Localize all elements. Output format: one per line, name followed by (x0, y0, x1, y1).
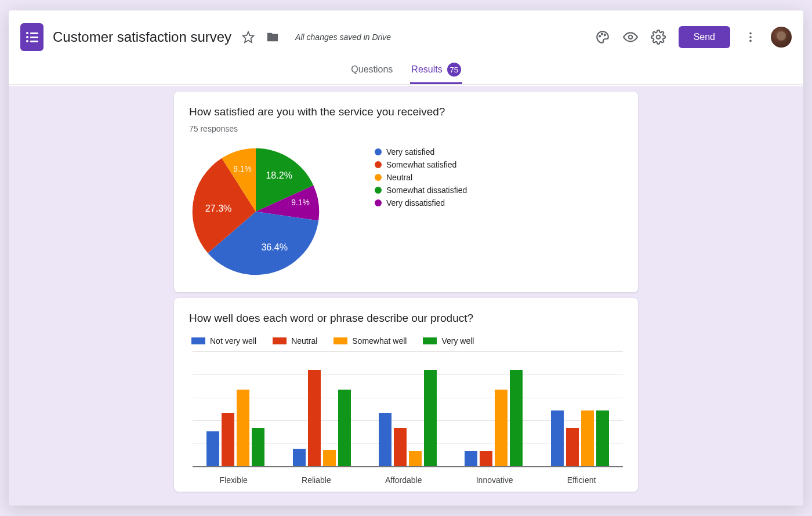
document-title[interactable]: Customer satisfaction survey (53, 29, 231, 45)
bar-category-label: Reliable (302, 475, 331, 485)
bar-group (379, 351, 437, 467)
bar (596, 410, 609, 467)
legend-very-satisfied: Very satisfied (375, 147, 467, 157)
pie-chart: 18.2% 9.1% 36.4% 27.3% 9.1% (189, 145, 322, 278)
bar-category-label: Flexible (220, 475, 248, 485)
star-icon[interactable] (241, 30, 256, 45)
settings-icon[interactable] (651, 30, 666, 45)
bar (237, 390, 249, 467)
svg-point-3 (604, 34, 605, 35)
bar (394, 428, 407, 467)
preview-icon[interactable] (623, 30, 638, 45)
pie-legend: Very satisfied Somewhat satisfied Neutra… (375, 145, 467, 208)
toolbar: Customer satisfaction survey All changes… (9, 10, 803, 57)
header: Customer satisfaction survey All changes… (9, 10, 803, 86)
bar-labels: FlexibleReliableAffordableInnovativeEffi… (193, 475, 623, 485)
bar (222, 413, 234, 467)
bar (551, 410, 564, 467)
bar-legend-neutral: Neutral (273, 336, 317, 346)
bar (206, 431, 219, 467)
bar (323, 450, 336, 467)
bar (581, 410, 594, 467)
bar-legend-very-well: Very well (423, 336, 474, 346)
pie-label-orange: 9.1% (233, 165, 251, 173)
bar (495, 390, 507, 467)
pie-label-blue: 36.4% (261, 242, 288, 252)
tab-results[interactable]: Results 75 (410, 57, 462, 84)
send-button[interactable]: Send (679, 26, 730, 48)
bar (510, 370, 523, 467)
bar-chart: FlexibleReliableAffordableInnovativeEffi… (189, 351, 623, 485)
bar-group (293, 351, 351, 467)
more-icon[interactable] (743, 30, 758, 45)
bar-legend-somewhat-well: Somewhat well (334, 336, 407, 346)
bar (465, 451, 477, 467)
bar (293, 449, 306, 467)
results-count-badge: 75 (447, 63, 461, 77)
pie-label-red: 27.3% (205, 203, 232, 213)
folder-icon[interactable] (265, 30, 280, 45)
svg-point-5 (656, 35, 660, 39)
user-avatar[interactable] (771, 27, 792, 48)
bar (252, 428, 264, 467)
svg-point-6 (749, 32, 752, 35)
svg-point-2 (601, 34, 602, 35)
forms-logo-icon[interactable] (20, 23, 44, 51)
bar (424, 370, 437, 467)
bar-axis (193, 466, 623, 467)
main-content: How satisfied are you with the service y… (9, 86, 803, 492)
bar-chart-card: How well does each word or phrase descri… (174, 298, 638, 492)
bar-category-label: Innovative (476, 475, 513, 485)
pie-label-purple: 9.1% (291, 198, 309, 207)
bar (338, 390, 351, 467)
bar (409, 451, 422, 467)
bar-group (551, 351, 609, 467)
bar (379, 413, 392, 467)
legend-neutral: Neutral (375, 173, 467, 182)
svg-marker-0 (243, 32, 253, 42)
bar-legend-not-very-well: Not very well (191, 336, 256, 346)
bar (566, 428, 579, 467)
legend-very-dissatisfied: Very dissatisfied (375, 198, 467, 208)
question-title-2: How well does each word or phrase descri… (189, 312, 623, 325)
bar-category-label: Efficient (567, 475, 596, 485)
tab-results-label: Results (411, 64, 442, 75)
bar (480, 451, 492, 467)
bar-group (206, 351, 264, 467)
legend-somewhat-satisfied: Somewhat satisfied (375, 160, 467, 169)
save-status: All changes saved in Drive (295, 32, 391, 42)
svg-point-1 (599, 35, 600, 37)
svg-point-7 (749, 36, 752, 38)
pie-chart-card: How satisfied are you with the service y… (174, 92, 638, 292)
bar-legend: Not very well Neutral Somewhat well Very… (191, 336, 623, 346)
question-title: How satisfied are you with the service y… (189, 106, 623, 118)
bar (308, 370, 321, 467)
bar-groups (193, 351, 623, 467)
bar-category-label: Affordable (385, 475, 422, 485)
theme-icon[interactable] (595, 30, 610, 45)
tab-bar: Questions Results 75 (9, 57, 803, 85)
tab-questions[interactable]: Questions (350, 59, 394, 82)
app-window: Customer satisfaction survey All changes… (9, 10, 803, 506)
pie-label-green: 18.2% (266, 170, 292, 180)
responses-count: 75 responses (189, 124, 623, 133)
bar-group (465, 351, 523, 467)
legend-somewhat-dissatisfied: Somewhat dissatisfied (375, 186, 467, 195)
svg-point-4 (628, 35, 632, 39)
svg-point-8 (749, 40, 752, 42)
